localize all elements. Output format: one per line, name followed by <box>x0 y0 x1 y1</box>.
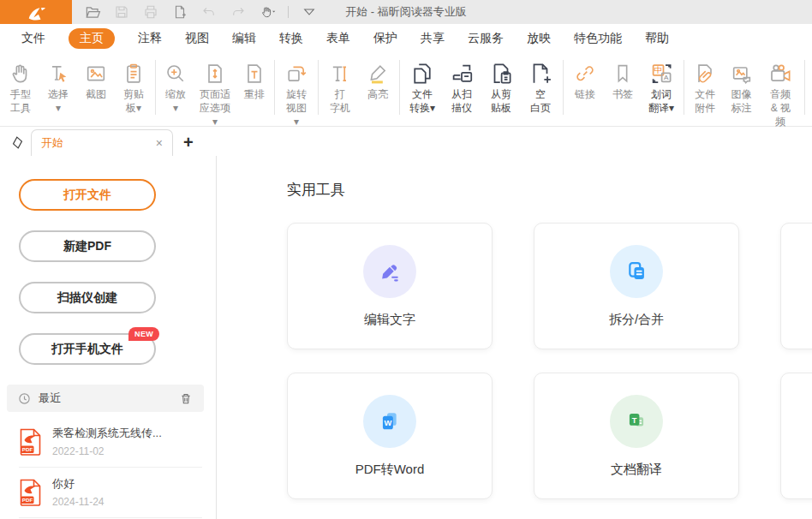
select-icon <box>46 59 70 88</box>
open-folder-icon[interactable] <box>84 3 101 21</box>
menu-share[interactable]: 共享 <box>421 31 445 46</box>
menu-home[interactable]: 主页 <box>69 28 115 49</box>
tool-blank-page[interactable]: 空 白页 <box>521 53 560 117</box>
menu-comment[interactable]: 注释 <box>138 31 162 46</box>
menu-convert[interactable]: 转换 <box>279 31 303 46</box>
document-tabbar: 开始 × + <box>0 127 812 156</box>
attachment-icon <box>693 59 717 88</box>
reflow-icon <box>242 59 266 88</box>
snapshot-icon <box>84 59 108 88</box>
tool-fit-page[interactable]: 页面适 应选项▾ <box>193 53 237 130</box>
tool-convert-file[interactable]: 文件 转换▾ <box>403 53 442 117</box>
tool-image-annotation[interactable]: 图像 标注 <box>723 53 759 130</box>
edit-text-icon <box>363 245 416 298</box>
file-date: 2024-11-24 <box>52 496 104 508</box>
typewriter-icon <box>328 59 352 88</box>
svg-text:PDF: PDF <box>22 497 33 503</box>
tool-hand[interactable]: 手型 工具 <box>2 53 39 117</box>
hand-tool-dropdown-icon[interactable] <box>259 3 276 21</box>
recent-header: 最近 <box>7 385 204 412</box>
foxit-bird-icon <box>23 2 49 22</box>
menu-protect[interactable]: 保护 <box>373 31 397 46</box>
menu-file[interactable]: 文件 <box>21 31 45 46</box>
card-edit-text[interactable]: 编辑文字 <box>287 223 493 349</box>
card-pdf-to-word[interactable]: W PDF转Word <box>287 373 493 499</box>
file-name: 你好 <box>52 476 104 492</box>
tool-typewriter[interactable]: 打 字机 <box>321 53 359 117</box>
open-mobile-file-button[interactable]: 打开手机文件 NEW <box>19 333 156 365</box>
trash-icon[interactable] <box>179 391 193 406</box>
zoom-icon <box>164 59 188 88</box>
tool-clipboard[interactable]: 剪贴 板▾ <box>115 53 152 117</box>
customize-toolbar-icon[interactable] <box>301 3 318 21</box>
titlebar: 开始 - 福昕阅读器专业版 <box>0 0 812 24</box>
scanner-icon <box>449 59 475 88</box>
image-annotation-icon <box>730 59 754 88</box>
menu-cloud[interactable]: 云服务 <box>468 31 504 46</box>
card-partial[interactable] <box>780 373 812 499</box>
tool-file-attachment[interactable]: 文件 附件 <box>687 53 723 130</box>
tool-zoom[interactable]: 缩放 ▾ <box>158 53 193 130</box>
tool-audio-video[interactable]: 音频 & 视频 <box>760 53 802 130</box>
foxit-logo[interactable] <box>0 0 72 24</box>
undo-icon <box>200 3 218 21</box>
new-tab-button[interactable]: + <box>183 133 194 152</box>
ribbon-separator <box>399 60 400 115</box>
split-merge-icon <box>610 245 663 298</box>
card-partial[interactable] <box>780 223 812 349</box>
tool-link[interactable]: 链接 <box>566 53 604 117</box>
clock-icon <box>18 392 31 405</box>
menu-view[interactable]: 视图 <box>185 31 209 46</box>
new-badge: NEW <box>128 327 159 341</box>
svg-text:T: T <box>632 416 637 425</box>
audio-video-icon <box>767 59 793 88</box>
tool-from-scanner[interactable]: 从扫 描仪 <box>442 53 481 117</box>
ribbon: 手型 工具 选择 ▾ 截图 剪贴 板▾ 缩放 ▾ 页面适 应选 <box>0 53 812 127</box>
tab-start[interactable]: 开始 × <box>31 129 173 156</box>
tool-fill-sign[interactable]: 填写 &签名 <box>808 53 812 130</box>
ribbon-separator <box>684 60 684 115</box>
menu-help[interactable]: 帮助 <box>645 31 669 46</box>
recent-file-item[interactable]: PDF 乘客检测系统无线传... 2022-11-02 <box>19 417 202 468</box>
new-document-icon[interactable] <box>171 3 188 21</box>
card-label: 编辑文字 <box>364 312 415 328</box>
recent-title: 最近 <box>39 391 179 406</box>
svg-text:中: 中 <box>654 66 662 75</box>
scanner-create-button[interactable]: 扫描仪创建 <box>19 282 156 313</box>
start-page-icon[interactable] <box>7 130 27 154</box>
menu-features[interactable]: 特色功能 <box>574 31 622 46</box>
menu-present[interactable]: 放映 <box>527 31 551 46</box>
pdf-to-word-icon: W <box>363 395 416 448</box>
svg-text:W: W <box>384 419 391 427</box>
new-pdf-button[interactable]: 新建PDF <box>19 230 156 262</box>
menu-form[interactable]: 表单 <box>326 31 350 46</box>
tool-word-translate[interactable]: 中A 划词 翻译▾ <box>642 53 681 117</box>
pdf-file-icon: PDF <box>19 479 42 506</box>
open-file-button[interactable]: 打开文件 <box>19 179 156 211</box>
tool-select[interactable]: 选择 ▾ <box>39 53 77 117</box>
card-doc-translate[interactable]: T 文档翻译 <box>534 373 739 499</box>
tab-close-icon[interactable]: × <box>156 136 163 150</box>
card-split-merge[interactable]: 拆分/合并 <box>534 223 739 349</box>
tab-label: 开始 <box>41 135 63 151</box>
file-meta: 你好 2024-11-24 <box>52 476 104 508</box>
card-label: 拆分/合并 <box>609 312 664 328</box>
recent-file-item[interactable]: PDF 你好 2024-11-24 <box>19 468 202 518</box>
file-name: 乘客检测系统无线传... <box>52 426 162 441</box>
ribbon-separator <box>563 60 564 115</box>
tool-rotate-view[interactable]: 旋转 视图▾ <box>278 53 315 130</box>
tool-reflow[interactable]: 重排 <box>237 53 272 130</box>
translate-icon: 中A <box>648 59 674 88</box>
quick-access-toolbar <box>84 3 318 21</box>
qat-separator <box>288 6 289 18</box>
highlight-icon <box>366 59 390 88</box>
tool-from-clipboard[interactable]: 从剪 贴板 <box>481 53 521 117</box>
ribbon-separator <box>274 60 275 115</box>
menu-edit[interactable]: 编辑 <box>232 31 256 46</box>
tool-bookmark[interactable]: 书签 <box>604 53 642 117</box>
sidebar: 打开文件 新建PDF 扫描仪创建 打开手机文件 NEW 最近 PDF 乘客检测系… <box>0 156 217 519</box>
from-clipboard-icon <box>488 59 514 88</box>
tool-highlight[interactable]: 高亮 <box>359 53 397 117</box>
svg-text:PDF: PDF <box>22 446 33 452</box>
tool-snapshot[interactable]: 截图 <box>77 53 115 117</box>
